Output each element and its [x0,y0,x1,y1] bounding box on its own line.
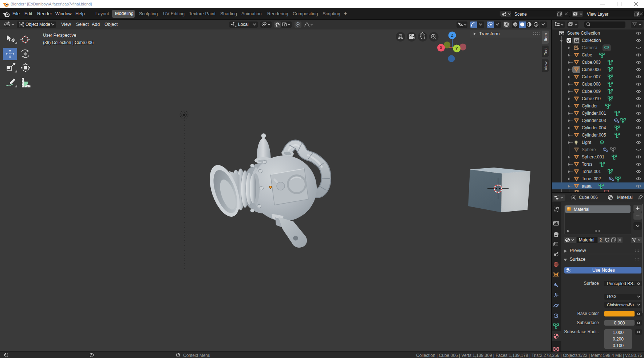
svg-text:X: X [440,46,443,50]
svg-text:Z: Z [451,33,454,38]
svg-text:Y: Y [455,46,458,51]
